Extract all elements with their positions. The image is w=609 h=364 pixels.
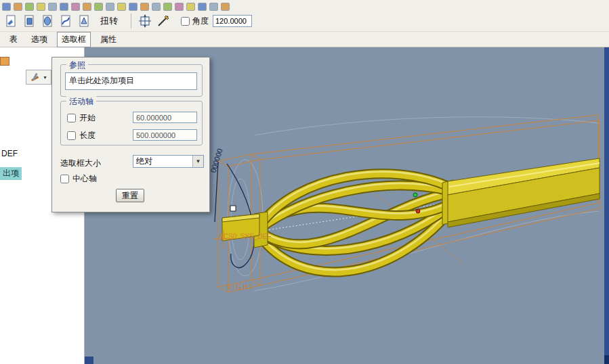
- mini-toolbar-icon[interactable]: [94, 3, 103, 11]
- viewport-corner-bottom-right: [604, 355, 609, 364]
- length-value-input[interactable]: [133, 129, 197, 141]
- box-size-label: 选取框大小: [60, 158, 101, 169]
- toolbar-separator: [131, 14, 131, 28]
- selection-box-panel: 参照 单击此处添加项目 活动轴 开始 长度 选取框大小 绝对 ▼ 中心轴 重置: [51, 57, 210, 212]
- feature-toolbar: 扭转 角度: [0, 11, 609, 32]
- start-label: 开始: [79, 112, 96, 124]
- mini-toolbar-icon[interactable]: [209, 3, 218, 11]
- viewport-corner-bottom-left: [85, 357, 93, 364]
- reference-group-title: 参照: [66, 60, 88, 71]
- angle-input[interactable]: [213, 15, 252, 27]
- center-axis-label: 中心轴: [72, 173, 97, 185]
- tab-table[interactable]: 表: [5, 32, 22, 47]
- center-axis-row: 中心轴: [60, 173, 97, 185]
- angle-option-group: 角度: [181, 15, 252, 27]
- tab-selection-box[interactable]: 选取框: [57, 32, 91, 47]
- length-label: 长度: [79, 130, 96, 141]
- datum-chip-icon[interactable]: [0, 57, 9, 66]
- start-value-input[interactable]: [133, 112, 197, 123]
- mini-toolbar-icon[interactable]: [37, 3, 45, 11]
- length-checkbox[interactable]: [67, 131, 76, 140]
- box-size-select[interactable]: 绝对 ▼: [133, 155, 204, 168]
- center-axis-checkbox[interactable]: [60, 175, 69, 183]
- mini-toolbar-icon[interactable]: [60, 3, 68, 11]
- tools-icon: [30, 72, 41, 82]
- mini-toolbar-icon[interactable]: [152, 3, 161, 11]
- blend-feature-icon[interactable]: [75, 12, 93, 30]
- mini-toolbar-icon[interactable]: [186, 3, 195, 11]
- mini-toolbar-icon[interactable]: [140, 3, 149, 11]
- box-size-value: 绝对: [133, 156, 192, 167]
- mini-toolbar-icon[interactable]: [25, 3, 34, 11]
- sweep-feature-icon[interactable]: [57, 12, 75, 30]
- cad-app-window: 扭转 角度 表 选项 选取框 属性 ▾: [0, 0, 609, 364]
- mini-toolbar-icon[interactable]: [129, 3, 138, 11]
- tab-properties[interactable]: 属性: [96, 32, 121, 47]
- length-option-row: 长度: [67, 130, 96, 141]
- tab-options[interactable]: 选项: [27, 32, 51, 47]
- mini-toolbar-icon[interactable]: [198, 3, 207, 11]
- new-feature-icon[interactable]: [2, 12, 20, 30]
- viewport-right-scroll-strip[interactable]: [604, 47, 609, 364]
- tree-item-sysdef[interactable]: DEF: [1, 149, 18, 158]
- mini-toolbar: [0, 0, 609, 11]
- twist-mode-label: 扭转: [100, 15, 118, 27]
- mini-toolbar-icon[interactable]: [117, 3, 126, 11]
- tools-dropdown-button[interactable]: ▾: [26, 70, 51, 85]
- end-point-marker[interactable]: [416, 209, 420, 213]
- tree-item-selected[interactable]: 出项: [0, 167, 22, 180]
- dropdown-arrow-icon[interactable]: ▼: [192, 156, 203, 167]
- start-checkbox[interactable]: [67, 114, 76, 122]
- mini-toolbar-icon[interactable]: [221, 3, 230, 11]
- reset-button[interactable]: 重置: [116, 189, 144, 202]
- mini-toolbar-icon[interactable]: [83, 3, 91, 11]
- mini-toolbar-icon[interactable]: [2, 3, 11, 11]
- move-box-icon[interactable]: [136, 12, 154, 30]
- mini-toolbar-icon[interactable]: [48, 3, 57, 11]
- revolve-feature-icon[interactable]: [39, 12, 56, 30]
- dashboard-tabs: 表 选项 选取框 属性: [0, 32, 609, 47]
- drag-handle[interactable]: [230, 206, 236, 211]
- mini-toolbar-icon[interactable]: [175, 3, 184, 11]
- start-option-row: 开始: [67, 112, 96, 124]
- csys-label[interactable]: ACS0: SYS_DEF: [219, 233, 271, 240]
- start-point-marker[interactable]: [413, 193, 417, 197]
- chevron-down-icon: ▾: [43, 74, 46, 81]
- reference-collector-field[interactable]: 单击此处添加项目: [65, 72, 197, 90]
- angle-checkbox[interactable]: [181, 17, 190, 26]
- mini-toolbar-icon[interactable]: [106, 3, 114, 11]
- right-plane-label[interactable]: RIGHT: [227, 283, 255, 291]
- active-axis-group-title: 活动轴: [66, 96, 96, 108]
- angle-label: 角度: [192, 16, 209, 27]
- extrude-feature-icon[interactable]: [20, 12, 38, 30]
- sketch-edit-icon[interactable]: [154, 12, 172, 30]
- mini-toolbar-icon[interactable]: [71, 3, 80, 11]
- mini-toolbar-icon[interactable]: [163, 3, 172, 11]
- mini-toolbar-icon[interactable]: [14, 3, 22, 11]
